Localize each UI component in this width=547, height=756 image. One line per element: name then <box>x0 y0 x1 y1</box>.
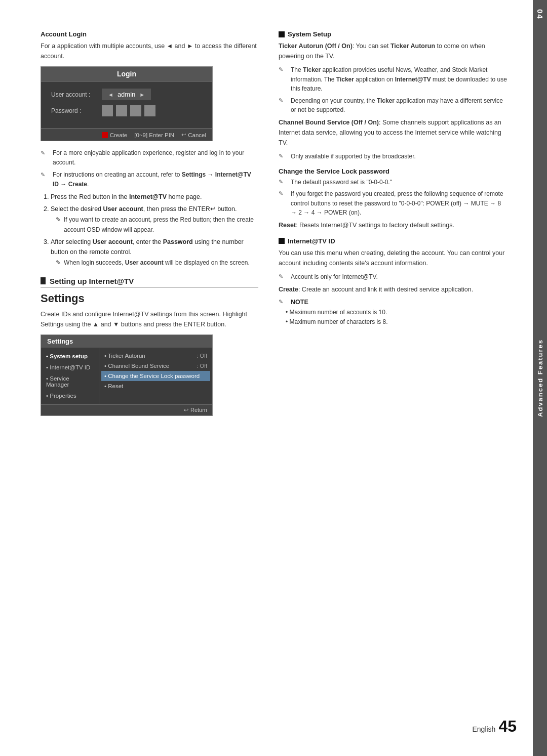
red-square-icon <box>102 132 108 138</box>
login-box: Login User account : ◄ admin ► <box>41 66 213 141</box>
internet-tv-id-desc: You can use this menu when creating, del… <box>279 248 507 268</box>
password-dot-2 <box>116 105 127 116</box>
steps-list: Press the Red button in the Internet@TV … <box>41 192 258 268</box>
two-col-layout: Account Login For a application with mul… <box>41 30 507 726</box>
arrow-left-icon[interactable]: ◄ <box>108 92 113 98</box>
tip-text-1: For a more enjoyable application experie… <box>53 148 258 167</box>
footer-english-label: English <box>472 725 495 733</box>
channel-bound-label: • Channel Bound Service <box>104 363 169 369</box>
tip-2: ✎ For instructions on creating an accoun… <box>41 170 258 189</box>
settings-left-menu: • System setup • Internet@TV ID • Servic… <box>41 348 99 404</box>
note-icon: ✎ <box>279 299 288 305</box>
black-square-icon-2 <box>279 238 285 244</box>
main-content: Account Login For a application with mul… <box>0 0 533 756</box>
sub-tip-text-2: If you want to create an account, press … <box>64 215 258 234</box>
service-lock-tip-1: ✎ The default password set is "0-0-0-0." <box>279 178 507 187</box>
setting-up-bar: Setting up Internet@TV <box>41 277 258 288</box>
sub-tip-text-3: When login succeeds, User account will b… <box>64 258 250 268</box>
settings-menu-internet-tv-id[interactable]: • Internet@TV ID <box>41 362 99 373</box>
step-2: Select the desired User account, then pr… <box>51 204 258 234</box>
tip-icon-r3: ✎ <box>279 152 288 161</box>
note-item-2: • Maximum number of characters is 8. <box>279 317 507 327</box>
login-footer: Create [0~9] Enter PIN ↩ Cancel <box>41 129 212 141</box>
settings-footer: ↩ Return <box>41 404 212 415</box>
service-lock-tip-2: ✎ If you forget the password you created… <box>279 189 507 218</box>
left-column: Account Login For a application with mul… <box>41 30 258 726</box>
setting-up-title: Setting up Internet@TV <box>50 277 134 285</box>
right-column: System Setup Ticker Autorun (Off / On): … <box>279 30 507 726</box>
account-login-section: Account Login For a application with mul… <box>41 30 258 268</box>
reset-label: • Reset <box>104 383 123 389</box>
channel-bound-tip: ✎ Only available if supported by the bro… <box>279 152 507 161</box>
note-label: NOTE <box>291 299 308 306</box>
settings-box-title: Settings <box>41 335 212 348</box>
step-3-tip: ✎ When login succeeds, User account will… <box>56 258 258 268</box>
settings-box-body: • System setup • Internet@TV ID • Servic… <box>41 348 212 404</box>
login-box-body: User account : ◄ admin ► Password : <box>41 81 212 129</box>
internet-tv-id-title: Internet@TV ID <box>279 237 507 245</box>
tip-icon-r2: ✎ <box>279 96 288 115</box>
settings-right-panel: • Ticker Autorun : Off • Channel Bound S… <box>99 348 212 404</box>
settings-return-label: Return <box>190 407 207 413</box>
side-tab: 04 Advanced Features <box>533 0 547 756</box>
password-label: Password : <box>51 107 102 114</box>
settings-menu-service-manager[interactable]: • Service Manager <box>41 373 99 390</box>
account-login-title: Account Login <box>41 30 258 38</box>
tip-text-2: For instructions on creating an account,… <box>53 170 258 189</box>
ticker-autorun-label: • Ticker Autorun <box>104 353 145 359</box>
settings-return-icon: ↩ <box>184 407 188 413</box>
channel-bound-desc: Channel Bound Service (Off / On): Some c… <box>279 117 507 148</box>
footer-page-number: 45 <box>498 717 517 736</box>
ticker-autorun-val: : Off <box>197 353 207 359</box>
settings-ticker-autorun: • Ticker Autorun : Off <box>104 351 207 361</box>
sub-tip-icon-2: ✎ <box>56 215 61 234</box>
settings-desc: Create IDs and configure Internet@TV set… <box>41 309 258 329</box>
tip-icon-r6: ✎ <box>279 272 288 282</box>
sub-tip-icon-3: ✎ <box>56 258 61 268</box>
account-login-desc: For a application with multiple accounts… <box>41 41 258 61</box>
password-dot-3 <box>130 105 141 116</box>
return-icon: ↩ <box>181 132 186 138</box>
ticker-autorun-desc: Ticker Autorun (Off / On): You can set T… <box>279 41 507 61</box>
arrow-right-icon[interactable]: ► <box>139 92 145 98</box>
enter-pin-item: [0~9] Enter PIN <box>134 132 174 138</box>
step-1: Press the Red button in the Internet@TV … <box>51 192 258 202</box>
password-dot-1 <box>102 105 113 116</box>
settings-menu-properties[interactable]: • Properties <box>41 390 99 401</box>
step-3: After selecting User account, enter the … <box>51 237 258 268</box>
side-tab-number: 04 <box>536 9 544 20</box>
system-setup-section: System Setup Ticker Autorun (Off / On): … <box>279 30 507 230</box>
create-button[interactable]: Create <box>102 132 128 138</box>
side-tab-label: Advanced Features <box>536 339 544 417</box>
internet-tv-id-tip: ✎ Account is only for Internet@TV. <box>279 272 507 282</box>
login-box-title: Login <box>41 67 212 81</box>
note-title: ✎ NOTE <box>279 299 507 306</box>
settings-service-lock[interactable]: • Change the Service Lock password <box>101 371 210 381</box>
ticker-tip-2: ✎ Depending on your country, the Ticker … <box>279 96 507 115</box>
page-container: Account Login For a application with mul… <box>0 0 547 756</box>
cancel-button[interactable]: ↩ Cancel <box>181 132 206 138</box>
user-account-row: User account : ◄ admin ► <box>51 89 202 100</box>
note-item-1: • Maximum number of accounts is 10. <box>279 308 507 317</box>
page-footer: English 45 <box>472 717 517 736</box>
settings-menu-system-setup[interactable]: • System setup <box>41 351 99 362</box>
settings-channel-bound: • Channel Bound Service : Off <box>104 361 207 371</box>
internet-tv-id-section: Internet@TV ID You can use this menu whe… <box>279 237 507 327</box>
tip-icon-r4: ✎ <box>279 178 288 187</box>
step-2-tip: ✎ If you want to create an account, pres… <box>56 215 258 234</box>
ticker-tip-1: ✎ The Ticker application provides useful… <box>279 65 507 94</box>
password-dots <box>102 105 155 116</box>
note-box: ✎ NOTE • Maximum number of accounts is 1… <box>279 299 507 327</box>
create-desc: Create: Create an account and link it wi… <box>279 284 507 295</box>
settings-section: Settings Create IDs and configure Intern… <box>41 292 258 416</box>
service-lock-title: Change the Service Lock password <box>279 167 507 175</box>
password-dot-4 <box>144 105 155 116</box>
tip-icon-1: ✎ <box>41 149 50 167</box>
tip-icon-2: ✎ <box>41 171 50 189</box>
tip-icon-r5: ✎ <box>279 189 288 218</box>
user-account-value: admin <box>118 91 135 98</box>
settings-reset[interactable]: • Reset <box>104 381 207 391</box>
tip-1: ✎ For a more enjoyable application exper… <box>41 148 258 167</box>
password-row: Password : <box>51 105 202 116</box>
channel-bound-val: : Off <box>197 363 207 369</box>
